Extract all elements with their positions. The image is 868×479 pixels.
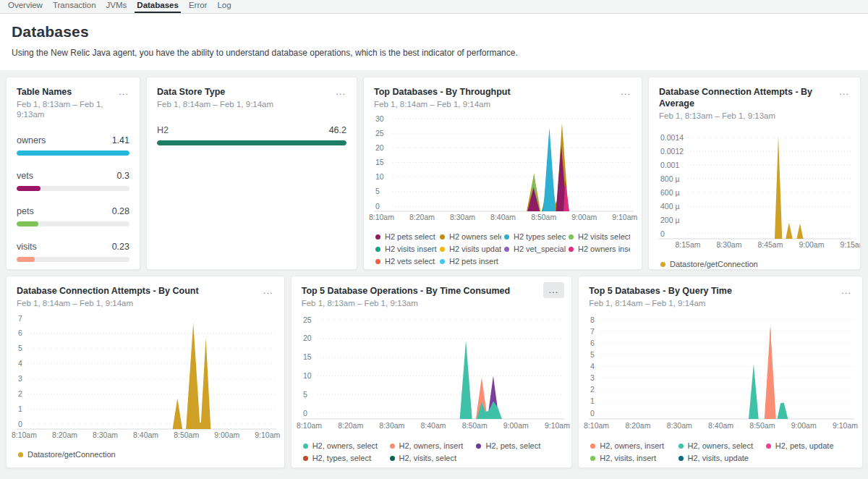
svg-text:8:40am: 8:40am <box>708 421 733 430</box>
nav-tab-overview[interactable]: Overview <box>6 0 45 13</box>
legend-dot-icon <box>660 262 665 267</box>
legend-item[interactable]: H2, visits, select <box>390 454 474 462</box>
panel-timerange: Feb 1, 8:13am – Feb 1, 9:13am <box>659 111 850 121</box>
legend-label: H2 visits insert <box>385 245 437 253</box>
legend-label: H2 owners select <box>449 232 501 241</box>
svg-text:400 µ: 400 µ <box>660 202 680 211</box>
panel-menu-button[interactable]: ... <box>617 85 634 99</box>
svg-text:0: 0 <box>590 409 595 417</box>
legend-item[interactable]: H2, owners, select <box>303 441 387 450</box>
panel-menu-button[interactable]: ... <box>835 85 853 99</box>
nav-tab-log[interactable]: Log <box>215 0 233 13</box>
legend-item[interactable]: Datastore/getConnection <box>18 450 273 459</box>
legend-dot-icon <box>590 444 595 449</box>
legend-item[interactable]: H2 visits insert <box>375 245 437 253</box>
bar-row[interactable]: owners1.41 <box>17 135 129 156</box>
svg-text:5: 5 <box>18 344 22 352</box>
svg-text:10: 10 <box>375 172 384 181</box>
legend-item[interactable]: H2 visits select <box>569 232 630 241</box>
panel-connection-attempts-average: Database Connection Attempts - By Averag… <box>648 77 861 270</box>
area-chart: 0510152025308:10am8:20am8:30am8:40am8:50… <box>364 111 642 225</box>
legend-item[interactable]: H2, types, select <box>303 454 387 462</box>
legend-item[interactable]: H2 types select <box>504 232 566 241</box>
svg-text:0.0012: 0.0012 <box>660 147 684 156</box>
svg-text:8:40am: 8:40am <box>133 431 158 439</box>
legend-item[interactable]: H2 vets select <box>375 257 437 266</box>
bar-value: 1.41 <box>112 135 129 145</box>
svg-text:8:40am: 8:40am <box>420 421 446 430</box>
svg-text:15: 15 <box>303 352 312 361</box>
svg-text:3: 3 <box>590 373 595 382</box>
bar-fill <box>17 151 129 156</box>
svg-text:0: 0 <box>303 409 307 417</box>
panel-menu-button[interactable]: ... <box>543 282 565 298</box>
svg-text:6: 6 <box>18 328 22 337</box>
panel-menu-button[interactable]: ... <box>332 85 349 99</box>
legend-item[interactable]: Datastore/getConnection <box>660 260 848 268</box>
legend-item[interactable]: H2, owners, select <box>678 441 763 450</box>
bar-fill <box>17 186 41 191</box>
legend-label: Datastore/getConnection <box>670 260 758 268</box>
svg-text:9:10am: 9:10am <box>612 213 637 221</box>
svg-text:200 µ: 200 µ <box>660 216 680 224</box>
panel-menu-button[interactable]: ... <box>115 85 132 99</box>
area-chart: 0200 µ400 µ600 µ800 µ0.0010.00120.00148:… <box>649 122 860 253</box>
bar-value: 46.2 <box>329 125 346 135</box>
legend-item[interactable]: H2, pets, select <box>476 441 560 450</box>
legend-label: H2 vets select <box>385 257 435 266</box>
svg-text:8:30am: 8:30am <box>379 421 404 430</box>
svg-text:9:10am: 9:10am <box>255 431 280 439</box>
svg-text:8:20am: 8:20am <box>409 213 435 221</box>
panel-timerange: Feb 1, 8:14am – Feb 1, 9:14am <box>157 99 346 109</box>
panel-top5-databases-query-time: Top 5 Databases - By Query Time Feb 1, 8… <box>578 276 863 468</box>
bar-value: 0.23 <box>112 242 129 252</box>
svg-text:8:30am: 8:30am <box>450 213 475 221</box>
series-h2-types-select <box>543 127 556 211</box>
svg-text:4: 4 <box>590 362 595 370</box>
area-chart: 012345678:10am8:20am8:30am8:40am8:50am9:… <box>7 310 284 443</box>
legend-dot-icon <box>504 247 509 252</box>
bar-row[interactable]: pets0.28 <box>17 206 129 226</box>
svg-text:25: 25 <box>375 129 384 137</box>
bar-value: 0.3 <box>117 171 129 181</box>
nav-tab-error[interactable]: Error <box>187 0 210 13</box>
top-nav: OverviewTransactionJVMsDatabasesErrorLog <box>0 0 868 14</box>
nav-tab-transaction[interactable]: Transaction <box>51 0 98 13</box>
chart-legend: Datastore/getConnection <box>649 260 860 268</box>
bar-row[interactable]: visits0.23 <box>17 242 129 262</box>
svg-text:2: 2 <box>18 389 22 398</box>
svg-text:8:10am: 8:10am <box>369 213 394 221</box>
nav-tab-jvms[interactable]: JVMs <box>104 0 129 13</box>
legend-item[interactable]: H2, owners, insert <box>390 441 474 450</box>
bar-row[interactable]: vets0.3 <box>17 171 129 191</box>
panel-data-store-type: Data Store Type Feb 1, 8:14am – Feb 1, 9… <box>146 77 357 270</box>
svg-text:15: 15 <box>375 158 384 166</box>
legend-label: H2, types, select <box>312 454 371 462</box>
svg-text:0: 0 <box>375 202 380 211</box>
nav-tab-databases[interactable]: Databases <box>135 0 181 13</box>
legend-item[interactable]: H2 visits update <box>440 245 501 253</box>
svg-text:1: 1 <box>590 397 595 405</box>
svg-text:8:30am: 8:30am <box>716 240 741 249</box>
chart-legend: Datastore/getConnection <box>7 450 284 459</box>
legend-item[interactable]: H2 pets select <box>375 232 437 241</box>
bar-row[interactable]: H246.2 <box>157 125 346 145</box>
legend-item[interactable]: H2 vet_specialti… <box>504 245 566 253</box>
legend-item[interactable]: H2, owners, insert <box>590 441 675 450</box>
legend-item[interactable]: H2 owners select <box>440 232 501 241</box>
legend-item[interactable]: H2, visits, update <box>678 454 763 462</box>
legend-item[interactable]: H2 owners insert <box>569 245 630 253</box>
svg-text:8:50am: 8:50am <box>531 213 556 221</box>
svg-text:0.001: 0.001 <box>660 161 679 169</box>
legend-item[interactable]: H2, pets, update <box>766 441 851 450</box>
panel-menu-button[interactable]: ... <box>838 284 855 298</box>
legend-item[interactable]: H2, visits, insert <box>590 454 675 462</box>
svg-text:8:10am: 8:10am <box>12 431 37 439</box>
legend-dot-icon <box>678 444 684 449</box>
panel-menu-button[interactable]: ... <box>260 284 277 298</box>
panel-top-databases-throughput: Top Databases - By Throughput Feb 1, 8:1… <box>363 77 642 270</box>
legend-item[interactable]: H2 pets insert <box>440 257 501 266</box>
panel-top5-operations-time-consumed: Top 5 Database Operations - By Time Cons… <box>291 276 573 468</box>
legend-label: H2, owners, insert <box>600 441 664 450</box>
legend-dot-icon <box>375 234 380 240</box>
